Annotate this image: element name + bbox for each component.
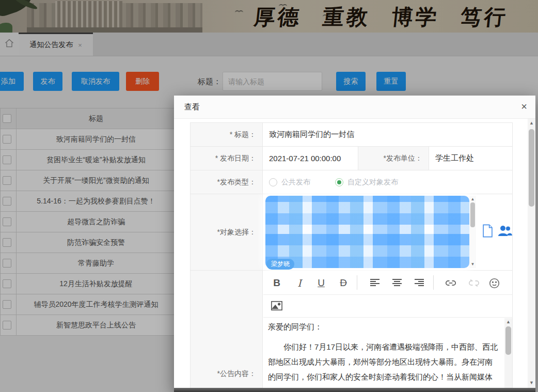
- unit-field-label: *发布单位：: [358, 147, 429, 170]
- bold-icon[interactable]: B: [269, 275, 284, 291]
- radio-public-label: 公共发布: [281, 178, 310, 187]
- radio-custom-label: 自定义对象发布: [347, 178, 398, 187]
- image-icon[interactable]: [269, 298, 284, 313]
- redacted-target-tags: [265, 196, 469, 268]
- link-icon[interactable]: [443, 275, 458, 291]
- target-tag[interactable]: 梁梦晓: [266, 259, 294, 270]
- unlink-icon: [466, 275, 482, 291]
- scroll-up-icon[interactable]: ▲: [504, 319, 512, 324]
- radio-custom-publish[interactable]: [335, 178, 343, 186]
- scroll-down-icon[interactable]: ▼: [469, 261, 476, 268]
- scrollbar-thumb[interactable]: [505, 326, 511, 355]
- scroll-up-icon[interactable]: ▲: [528, 120, 535, 126]
- content-paragraph: 你们好！7月17日以来，河南省遭遇极端强降雨，中西部、西北部地区出现成片大暴雨，…: [268, 339, 499, 388]
- dialog-title: 查看: [184, 102, 200, 112]
- title-field-label: * 标题：: [191, 123, 263, 147]
- dialog-scrollbar[interactable]: ▲ ▼: [528, 119, 535, 388]
- target-selection-box[interactable]: 梁梦晓 ▲ ▼: [265, 196, 476, 268]
- dialog-bottom-edge: [174, 388, 535, 392]
- content-paragraph: 亲爱的同学们：: [268, 319, 499, 334]
- select-from-file-icon[interactable]: [482, 224, 493, 240]
- strikethrough-icon[interactable]: D: [336, 275, 351, 291]
- scrollbar-thumb[interactable]: [470, 202, 475, 227]
- dialog-header: 查看 ×: [174, 96, 535, 119]
- align-left-icon[interactable]: [367, 275, 383, 291]
- emoji-icon[interactable]: [486, 275, 502, 291]
- dialog-body: * 标题： 致河南籍同学们的一封信 * 发布日期： 2021-07-21 00:…: [174, 119, 535, 388]
- target-field-label: *对象选择：: [191, 194, 263, 271]
- view-dialog: 查看 × * 标题： 致河南籍同学们的一封信 * 发布日期： 2021-07-2…: [174, 96, 535, 392]
- type-field-label: *发布类型：: [191, 170, 263, 194]
- title-field-value: 致河南籍同学们的一封信: [263, 123, 513, 147]
- type-field-value: 公共发布 自定义对象发布: [263, 170, 513, 194]
- date-field-label: * 发布日期：: [191, 147, 263, 170]
- date-field-value: 2021-07-21 00:00:00: [263, 147, 358, 170]
- underline-icon[interactable]: U: [313, 275, 329, 291]
- scroll-down-icon[interactable]: ▼: [528, 380, 535, 385]
- announcement-form: * 标题： 致河南籍同学们的一封信 * 发布日期： 2021-07-21 00:…: [190, 122, 513, 388]
- announcement-content[interactable]: 亲爱的同学们： 你们好！7月17日以来，河南省遭遇极端强降雨，中西部、西北部地区…: [268, 319, 499, 388]
- target-scrollbar[interactable]: ▲ ▼: [469, 196, 476, 268]
- align-center-icon[interactable]: [389, 275, 405, 291]
- unit-field-value: 学生工作处: [429, 147, 513, 170]
- scroll-up-icon[interactable]: ▲: [469, 196, 476, 202]
- dialog-close-icon[interactable]: ×: [521, 101, 527, 113]
- content-field-label: *公告内容：: [191, 271, 263, 388]
- select-users-icon[interactable]: [497, 225, 513, 239]
- italic-icon[interactable]: I: [292, 275, 307, 291]
- content-scrollbar[interactable]: ▲ ▼: [504, 318, 512, 388]
- radio-public-publish[interactable]: [269, 178, 277, 186]
- scrollbar-thumb[interactable]: [529, 129, 534, 207]
- align-right-icon[interactable]: [412, 275, 427, 291]
